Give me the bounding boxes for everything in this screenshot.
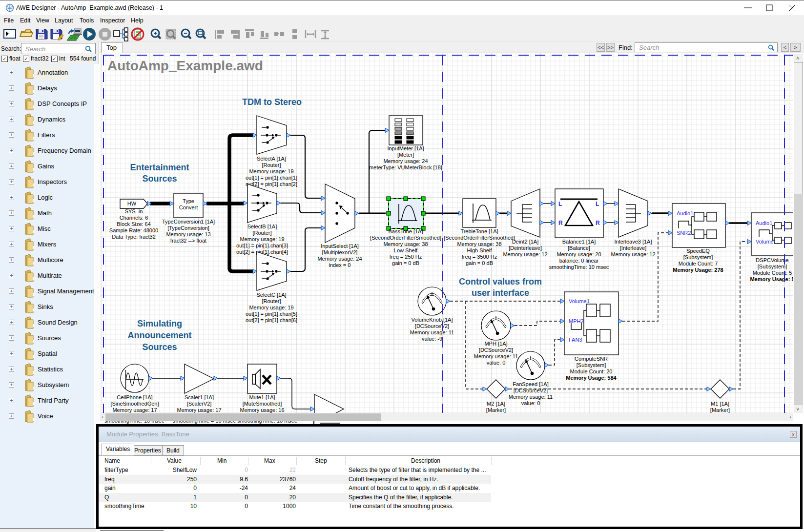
svg-text:M1 [1A]: M1 [1A]: [711, 401, 729, 407]
svg-text:Memory usage: 17: Memory usage: 17: [112, 407, 157, 413]
svg-text:Sample Rate: 48000: Sample Rate: 48000: [109, 227, 158, 233]
svg-text:[DCSourceV2]: [DCSourceV2]: [514, 388, 548, 393]
svg-text:[MultiplexorV2]: [MultiplexorV2]: [322, 249, 358, 255]
svg-text:gain = 0 dB: gain = 0 dB: [392, 260, 419, 266]
svg-text:Type: Type: [183, 198, 194, 204]
svg-text:Channels: 6: Channels: 6: [120, 215, 148, 221]
svg-text:value: 0: value: 0: [521, 400, 540, 406]
svg-text:SpeedEQ: SpeedEQ: [686, 248, 710, 254]
svg-text:[Router]: [Router]: [262, 162, 281, 168]
svg-text:TDM to Stereo: TDM to Stereo: [242, 97, 302, 107]
svg-text:value: 0: value: 0: [487, 360, 506, 366]
svg-text:VolumeKnob [1A]: VolumeKnob [1A]: [411, 317, 453, 323]
svg-text:Memory Usage: 278: Memory Usage: 278: [673, 267, 723, 273]
svg-text:Volume1: Volume1: [569, 298, 590, 304]
svg-text:Memory usage: 16: Memory usage: 16: [240, 407, 284, 413]
svg-text:Memory usage: 19: Memory usage: 19: [249, 168, 293, 174]
svg-text:Memory usage: 17: Memory usage: 17: [177, 407, 221, 413]
svg-text:Convert: Convert: [179, 205, 198, 210]
svg-text:DSPCVolume: DSPCVolume: [756, 257, 788, 263]
svg-text:L: L: [558, 201, 562, 207]
svg-text:SYS_in: SYS_in: [125, 208, 143, 214]
svg-text:[TypeConversion]: [TypeConversion]: [167, 225, 209, 231]
svg-text:[Interleave]: [Interleave]: [620, 245, 646, 251]
svg-text:ComputeSNR: ComputeSNR: [575, 356, 608, 362]
svg-text:SelectC [1A]: SelectC [1A]: [256, 292, 286, 298]
svg-text:SNR2: SNR2: [677, 230, 691, 236]
svg-text:balance: 0 linear: balance: 0 linear: [559, 258, 599, 264]
svg-text:Memory usage: 11: Memory usage: 11: [410, 329, 454, 335]
svg-text:HW: HW: [127, 201, 137, 206]
svg-text:FanSpeed [1A]: FanSpeed [1A]: [513, 381, 548, 387]
svg-text:Memory usage: 24: Memory usage: 24: [317, 256, 362, 262]
svg-text:Module Count: 7: Module Count: 7: [679, 261, 718, 266]
svg-text:smoothingTime: 10 msec: smoothingTime: 10 msec: [549, 264, 609, 270]
svg-text:R: R: [558, 220, 563, 226]
svg-text:index = 0: index = 0: [329, 262, 351, 268]
svg-text:[SecondOrderFilterSmoothed]: [SecondOrderFilterSmoothed]: [370, 235, 441, 241]
svg-text:gain = 0 dB: gain = 0 dB: [466, 260, 493, 266]
svg-text:MPH [1A]: MPH [1A]: [484, 341, 507, 347]
svg-text:M2 [1A]: M2 [1A]: [487, 401, 505, 407]
svg-text:Memory usage: 12: Memory usage: 12: [611, 251, 655, 257]
svg-text:Low Shelf: Low Shelf: [394, 247, 418, 253]
svg-text:Announcement: Announcement: [127, 330, 191, 340]
svg-text:Entertainment: Entertainment: [130, 163, 189, 172]
svg-text:SelectA [1A]: SelectA [1A]: [257, 156, 286, 162]
svg-text:Memory usage: 11: Memory usage: 11: [509, 394, 553, 400]
svg-text:out[2] = pin[1].chan[6]: out[2] = pin[1].chan[6]: [246, 317, 297, 323]
svg-text:Memory usage: 19: Memory usage: 19: [240, 236, 284, 242]
svg-text:High Shelf: High Shelf: [467, 247, 493, 253]
svg-text:[SecondOrderFilterSmoothed]: [SecondOrderFilterSmoothed]: [444, 235, 515, 241]
svg-text:[Subsystem]: [Subsystem]: [758, 264, 787, 269]
svg-text:fract32 --> float: fract32 --> float: [170, 238, 206, 244]
svg-text:[Subsystem]: [Subsystem]: [683, 254, 713, 260]
svg-text:TypeConversion1 [1A]: TypeConversion1 [1A]: [162, 219, 215, 225]
svg-text:out[1] = pin[1].chan[1]: out[1] = pin[1].chan[1]: [246, 175, 297, 181]
svg-text:freq = 250 Hz: freq = 250 Hz: [390, 254, 422, 260]
svg-text:Audio1: Audio1: [677, 210, 693, 216]
svg-text:Memory Usage: 584: Memory Usage: 584: [566, 375, 617, 381]
svg-text:[Balance]: [Balance]: [568, 245, 590, 251]
svg-text:Memory usage: 11: Memory usage: 11: [474, 353, 518, 359]
svg-text:Mute1 [1A]: Mute1 [1A]: [249, 394, 275, 400]
svg-text:Module Count: 5: Module Count: 5: [753, 270, 792, 276]
svg-text:Module Count: 20: Module Count: 20: [570, 368, 613, 374]
svg-text:TrebleTone [1A]: TrebleTone [1A]: [460, 228, 498, 234]
svg-text:CellPhone [1A]: CellPhone [1A]: [117, 394, 152, 400]
svg-text:InputMeter [1A]: InputMeter [1A]: [387, 145, 424, 151]
svg-text:Memory usage: 13: Memory usage: 13: [166, 231, 210, 237]
svg-text:out[1] = pin[1].chan[3]: out[1] = pin[1].chan[3]: [236, 243, 288, 248]
svg-text:Memory usage: 20: Memory usage: 20: [557, 251, 601, 257]
svg-text:L: L: [596, 201, 599, 207]
svg-text:Memory usage: 12: Memory usage: 12: [503, 251, 547, 257]
svg-text:R: R: [596, 220, 600, 226]
svg-text:Memory usage: 24: Memory usage: 24: [383, 158, 428, 164]
svg-text:Memory usage: 38: Memory usage: 38: [383, 241, 428, 247]
svg-text:[Router]: [Router]: [262, 298, 281, 304]
svg-text:Sources: Sources: [142, 342, 177, 352]
svg-text:[SineSmoothedGen]: [SineSmoothedGen]: [110, 401, 159, 407]
svg-text:[ScalerV2]: [ScalerV2]: [187, 401, 212, 407]
svg-text:Deint2 [1A]: Deint2 [1A]: [512, 239, 538, 245]
svg-text:meterType: VUMeterBlock [18]: meterType: VUMeterBlock [18]: [369, 164, 442, 170]
svg-text:Simulating: Simulating: [137, 319, 182, 328]
svg-text:[Deinterleave]: [Deinterleave]: [509, 245, 542, 251]
svg-text:[Marker]: [Marker]: [710, 407, 730, 413]
svg-text:[Subsystem]: [Subsystem]: [577, 362, 606, 368]
svg-text:Memory usage: 19: Memory usage: 19: [249, 305, 293, 310]
svg-text:InputSelect [1A]: InputSelect [1A]: [321, 243, 359, 249]
svg-text:Memory Usage: 5: Memory Usage: 5: [750, 276, 793, 282]
svg-text:[Marker]: [Marker]: [486, 407, 506, 413]
svg-text:[Router]: [Router]: [252, 230, 271, 236]
svg-text:out[1] = pin[1].chan[5]: out[1] = pin[1].chan[5]: [246, 311, 297, 317]
svg-text:[MuteSmoothed]: [MuteSmoothed]: [243, 401, 282, 407]
svg-text:[DCSourceV2]: [DCSourceV2]: [415, 323, 449, 329]
svg-text:Control values from: Control values from: [459, 277, 542, 286]
svg-text:Memory usage: 38: Memory usage: 38: [457, 241, 501, 247]
svg-text:Data Type: fract32: Data Type: fract32: [112, 234, 156, 240]
svg-text:Sources: Sources: [142, 174, 177, 184]
svg-text:freq = 3500 Hz: freq = 3500 Hz: [462, 254, 497, 260]
svg-text:Audio1: Audio1: [756, 220, 772, 226]
svg-text:AutoAmp_Example.awd: AutoAmp_Example.awd: [107, 58, 263, 73]
